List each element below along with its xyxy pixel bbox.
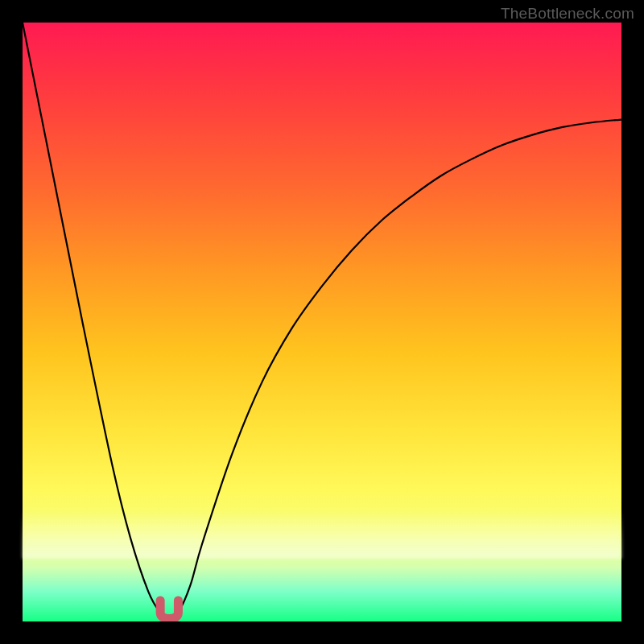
chart-plot-area bbox=[23, 23, 621, 621]
chart-svg bbox=[23, 23, 621, 621]
bottleneck-curve bbox=[23, 23, 621, 618]
chart-frame: TheBottleneck.com bbox=[0, 0, 644, 644]
watermark-text: TheBottleneck.com bbox=[501, 5, 634, 23]
min-marker bbox=[160, 601, 178, 619]
